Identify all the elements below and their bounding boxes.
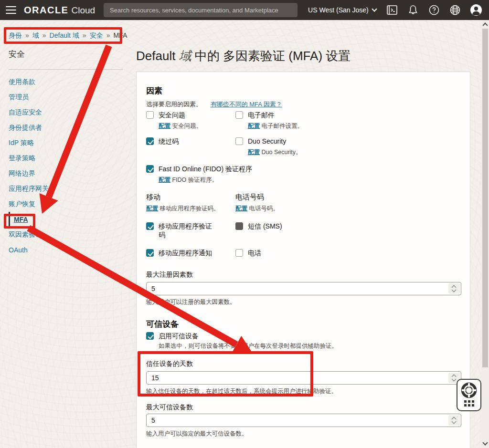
sms-checkbox[interactable] [235, 222, 243, 230]
mfa-factors-help-link[interactable]: 有哪些不同的 MFA 因素？ [211, 101, 282, 108]
factor-phone-call: 电话 [235, 249, 460, 257]
sidebar-item-identity-providers[interactable]: 身份提供者 [9, 120, 123, 135]
page-title: Default 域 中的 多因素验证 (MFA) 设置 [136, 48, 351, 64]
chevron-down-icon [372, 6, 377, 11]
sidebar-item-account-recovery[interactable]: 账户恢复 [9, 197, 123, 212]
factor-email: 电子邮件 [235, 111, 460, 119]
trusted-days-help: 输入信任设备的天数，在超过该天数后，系统会提示用户进行辅助验证。 [146, 387, 460, 396]
factor-mobile-otp: 移动应用程序验证码 [146, 222, 235, 239]
enable-trusted-devices: 启用可信设备 [146, 332, 460, 340]
logo-oracle-text: ORACLE [24, 5, 68, 16]
factor-fido: Fast ID Online (FIDO) 验证程序 [146, 165, 460, 173]
email-checkbox[interactable] [235, 111, 243, 119]
help-icon[interactable] [428, 4, 440, 16]
region-selector[interactable]: US West (San Jose) [308, 6, 376, 14]
topbar: ORACLE Cloud US West (San Jose) [0, 0, 489, 20]
max-factors-stepper[interactable] [448, 283, 460, 294]
max-trusted-devices-help: 输入用户可以指定的最大可信设备数。 [146, 430, 460, 438]
trusted-devices-heading: 可信设备 [146, 319, 460, 330]
max-trusted-devices-input[interactable] [146, 414, 461, 427]
configure-phone-link[interactable]: 配置 [235, 205, 247, 212]
scrollbar-thumb[interactable] [482, 29, 488, 367]
breadcrumb-current-mfa: MFA [113, 31, 127, 39]
menu-icon[interactable] [6, 6, 16, 14]
sidebar-divider [9, 69, 123, 70]
configure-fido-link[interactable]: 配置 [159, 177, 170, 183]
configure-security-questions-link[interactable]: 配置 [159, 123, 170, 129]
security-questions-checkbox[interactable] [146, 111, 154, 119]
sidebar: 安全 使用条款 管理员 自适应安全 身份提供者 IdP 策略 登录策略 网络边界… [9, 49, 123, 258]
trusted-days-label: 信任设备的天数 [146, 360, 460, 368]
search-input[interactable] [104, 3, 298, 17]
scroll-up-icon[interactable] [482, 22, 488, 28]
configure-duo-link[interactable]: 配置 [248, 149, 260, 156]
factor-sms: 短信 (SMS) [235, 222, 460, 239]
max-factors-label: 最大注册因素数 [146, 271, 460, 279]
sidebar-item-idp-policies[interactable]: IdP 策略 [9, 135, 123, 151]
trusted-devices-checkbox[interactable] [146, 332, 154, 340]
max-trusted-devices-label: 最大可信设备数 [146, 403, 460, 412]
factor-bypass-code: 绕过码 [146, 137, 235, 146]
page-body: 身份»域»Default 域»安全»MFA 安全 使用条款 管理员 自适应安全 … [0, 20, 489, 448]
sidebar-item-network-perimeters[interactable]: 网络边界 [9, 166, 123, 181]
mobile-otp-checkbox[interactable] [146, 222, 154, 230]
breadcrumb: 身份»域»Default 域»安全»MFA [9, 31, 127, 40]
life-preserver-icon [461, 382, 477, 398]
sidebar-item-app-gateways[interactable]: 应用程序网关 [9, 181, 123, 197]
configure-mobile-otp-link[interactable]: 配置 [146, 205, 158, 212]
mfa-settings-panel: 因素 选择要启用的因素。 有哪些不同的 MFA 因素？ 安全问题 配置 安全问题… [136, 72, 470, 448]
fido-checkbox[interactable] [146, 165, 154, 173]
vertical-scrollbar[interactable] [481, 20, 489, 448]
max-trusted-devices-stepper[interactable] [448, 415, 460, 426]
mobile-subheading: 移动 [146, 193, 235, 202]
max-factors-input[interactable] [146, 282, 461, 295]
sidebar-item-terms[interactable]: 使用条款 [9, 74, 123, 90]
cloud-shell-icon[interactable] [386, 4, 398, 16]
configure-email-link[interactable]: 配置 [248, 123, 260, 129]
factors-intro: 选择要启用的因素。 [146, 101, 202, 108]
bypass-code-checkbox[interactable] [146, 137, 154, 145]
language-globe-icon[interactable] [449, 4, 461, 16]
oracle-cloud-logo[interactable]: ORACLE Cloud [24, 5, 95, 16]
phone-subheading: 电话号码 [235, 193, 460, 202]
trusted-devices-help: 如果选中，则可信设备将不要求用户在每次登录时都提供辅助验证。 [159, 342, 460, 350]
sidebar-item-adaptive-security[interactable]: 自适应安全 [9, 105, 123, 120]
max-factors-help: 输入用户可以注册的最大因素数。 [146, 298, 460, 306]
scroll-down-icon[interactable] [482, 440, 488, 445]
user-avatar-icon[interactable] [470, 4, 482, 16]
logo-cloud-text: Cloud [71, 5, 95, 16]
mobile-push-checkbox[interactable] [146, 249, 154, 257]
drag-dots-icon [464, 400, 474, 406]
breadcrumb-default-domain[interactable]: Default 域 [50, 31, 79, 39]
factor-security-questions: 安全问题 [146, 111, 235, 119]
domain-italic: 域 [179, 49, 191, 63]
factor-duo-security: Duo Security [235, 137, 460, 146]
sidebar-item-mfa[interactable]: MFA [9, 212, 123, 227]
sidebar-item-two-factor[interactable]: 双因素验证 [9, 227, 123, 242]
trusted-days-input[interactable] [146, 371, 461, 385]
breadcrumb-domains[interactable]: 域 [32, 31, 39, 39]
sidebar-item-administrators[interactable]: 管理员 [9, 90, 123, 105]
notifications-bell-icon[interactable] [407, 4, 419, 16]
sidebar-item-sign-on-policies[interactable]: 登录策略 [9, 151, 123, 166]
factor-mobile-push: 移动应用程序通知 [146, 249, 235, 257]
breadcrumb-security[interactable]: 安全 [90, 31, 103, 39]
breadcrumb-identity[interactable]: 身份 [9, 31, 22, 39]
region-label: US West (San Jose) [308, 6, 369, 14]
phone-call-checkbox[interactable] [235, 249, 243, 257]
sidebar-item-oauth[interactable]: OAuth [9, 242, 123, 258]
assist-widget[interactable] [457, 379, 481, 411]
duo-security-checkbox[interactable] [235, 137, 243, 145]
factors-heading: 因素 [146, 85, 460, 96]
sidebar-title: 安全 [9, 49, 123, 60]
